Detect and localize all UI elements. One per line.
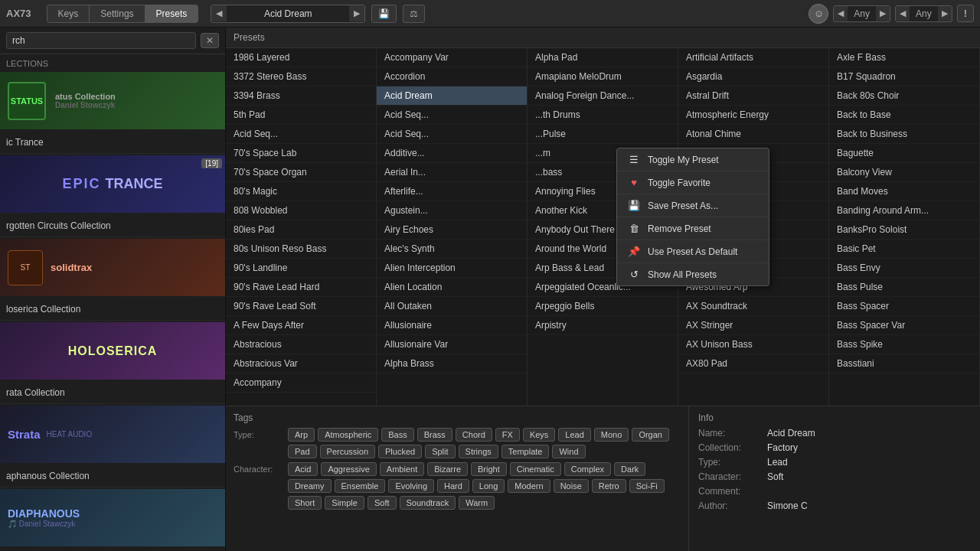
tag-short[interactable]: Short [288,496,322,510]
any2-prev-button[interactable]: ◀ [896,6,910,21]
compare-icon-btn[interactable]: ⚖ [403,5,425,23]
list-item[interactable]: Acid Dream [377,86,527,106]
sidebar-item-strata[interactable]: rata Collection [0,381,225,404]
list-item[interactable]: AX Stringer [678,316,828,335]
exclaim-button[interactable]: ! [957,5,974,22]
list-item[interactable]: Afterlife... [377,182,527,201]
list-item[interactable]: Atmospheric Energy [678,106,828,125]
list-item[interactable]: Airy Echoes [377,220,527,240]
tag-acid[interactable]: Acid [288,462,318,476]
list-item[interactable]: Banding Around Arm... [829,201,979,220]
tag-plucked[interactable]: Plucked [378,445,422,458]
list-item[interactable]: Arpistry [528,316,678,335]
list-item[interactable]: 70's Space Organ [226,163,376,182]
list-item[interactable]: ...th Drums [528,106,678,125]
tag-fx[interactable]: FX [495,428,520,442]
list-item[interactable]: Axle F Bass [829,48,979,67]
list-item[interactable]: Allusionaire [377,316,527,335]
list-item[interactable]: Bass Spacer [829,297,979,316]
tag-sci-fi[interactable]: Sci-Fi [629,479,665,493]
tab-presets[interactable]: Presets [145,5,198,22]
status-collection-banner[interactable]: STATUS atus Collection Daniel Stowczyk [0,72,225,129]
list-item[interactable]: Analog Foreign Dance... [528,86,678,106]
ctx-show-all-presets[interactable]: ↺ Show All Presets [617,263,769,285]
list-item[interactable]: 3372 Stereo Bass [226,67,376,86]
tag-atmospheric[interactable]: Atmospheric [318,428,378,442]
list-item[interactable]: Atonal Chime [678,125,828,144]
tag-soft[interactable]: Soft [368,496,397,510]
list-item[interactable]: Accompany [226,373,376,393]
sidebar-item-ic-trance[interactable]: ic Trance [0,131,225,154]
any2-next-button[interactable]: ▶ [938,6,952,21]
list-item[interactable]: 80's Magic [226,182,376,201]
any1-prev-button[interactable]: ◀ [834,6,848,21]
tag-dark[interactable]: Dark [614,462,645,476]
list-item[interactable]: 90's Rave Lead Soft [226,297,376,316]
list-item[interactable]: Alec's Synth [377,240,527,259]
tag-dreamy[interactable]: Dreamy [288,479,332,493]
preset-prev-button[interactable]: ◀ [211,5,227,21]
list-item[interactable]: B17 Squadron [829,67,979,86]
list-item[interactable]: Accordion [377,67,527,86]
list-item[interactable]: 90's Rave Lead Hard [226,278,376,297]
tag-organ[interactable]: Organ [632,428,669,442]
tag-bizarre[interactable]: Bizarre [427,462,468,476]
tag-soundtrack[interactable]: Soundtrack [400,496,456,510]
list-item[interactable]: Acid Seq... [226,125,376,144]
list-item[interactable]: All Outaken [377,297,527,316]
list-item[interactable]: AX80 Pad [678,354,828,373]
tag-percussion[interactable]: Percussion [320,445,375,458]
list-item[interactable]: Abstracious Var [226,354,376,373]
preset-next-button[interactable]: ▶ [349,5,364,21]
list-item[interactable]: Amapiano MeloDrum [528,67,678,86]
tag-long[interactable]: Long [472,479,505,493]
tag-evolving[interactable]: Evolving [388,479,434,493]
tag-modern[interactable]: Modern [508,479,550,493]
list-item[interactable]: BanksPro Soloist [829,220,979,240]
tag-brass[interactable]: Brass [417,428,452,442]
clear-search-button[interactable]: ✕ [201,33,219,48]
list-item[interactable]: Back 80s Choir [829,86,979,106]
tag-simple[interactable]: Simple [325,496,364,510]
list-item[interactable]: ...Pulse [528,125,678,144]
list-item[interactable]: Back to Business [829,125,979,144]
holoserica-banner[interactable]: HOLOSERICA [0,322,225,380]
list-item[interactable]: 90's Landline [226,259,376,278]
list-item[interactable]: 3394 Brass [226,86,376,106]
tag-bass[interactable]: Bass [381,428,413,442]
list-item[interactable]: Agustein... [377,201,527,220]
list-item[interactable]: Basstiani [829,354,979,373]
ctx-save-preset-as[interactable]: 💾 Save Preset As... [617,194,769,217]
tag-complex[interactable]: Complex [564,462,611,476]
any1-next-button[interactable]: ▶ [876,6,890,21]
list-item[interactable]: Alpha Brass [377,354,527,373]
list-item[interactable]: Asgardia [678,67,828,86]
list-item[interactable]: 80ies Pad [226,220,376,240]
list-item[interactable]: Bass Spike [829,335,979,354]
tab-keys[interactable]: Keys [47,5,90,22]
list-item[interactable]: Abstracious [226,335,376,354]
search-input[interactable] [6,32,196,49]
strata-banner[interactable]: Strata HEAT AUDIO [0,406,225,463]
list-item[interactable]: Alien Interception [377,259,527,278]
list-item[interactable]: Artificial Artifacts [678,48,828,67]
list-item[interactable]: Arpeggio Bells [528,297,678,316]
tag-keys[interactable]: Keys [523,428,555,442]
list-item[interactable]: 808 Wobbled [226,201,376,220]
list-item[interactable]: Bass Pulse [829,278,979,297]
tag-split[interactable]: Split [425,445,455,458]
sidebar-item-holoserica[interactable]: loserica Collection [0,298,225,321]
list-item[interactable]: A Few Days After [226,316,376,335]
list-item[interactable]: Back to Base [829,106,979,125]
list-item[interactable]: AX Unison Bass [678,335,828,354]
tag-warm[interactable]: Warm [459,496,495,510]
ctx-use-default[interactable]: 📌 Use Preset As Default [617,240,769,263]
list-item[interactable]: Aerial In... [377,163,527,182]
list-item[interactable]: Astral Drift [678,86,828,106]
tag-strings[interactable]: Strings [459,445,498,458]
list-item[interactable]: AX Soundtrack [678,297,828,316]
tag-lead[interactable]: Lead [558,428,590,442]
list-item[interactable]: Acid Seq... [377,125,527,144]
list-item[interactable]: Allusionaire Var [377,335,527,354]
list-item[interactable]: Accompany Var [377,48,527,67]
